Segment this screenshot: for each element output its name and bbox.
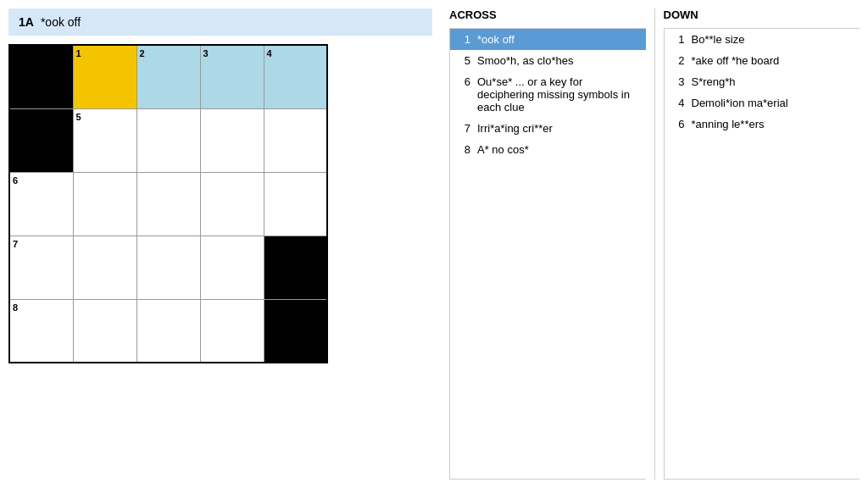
cell-r3c5[interactable] bbox=[264, 172, 327, 236]
cell-number-2: 2 bbox=[140, 48, 145, 58]
clue-text: *ake off *he board bbox=[692, 54, 854, 67]
down-panel: DOWN 1Bo**le size2*ake off *he board3S*r… bbox=[655, 8, 869, 480]
clue-number: 1 bbox=[671, 33, 685, 46]
cell-r4c4[interactable] bbox=[200, 236, 264, 299]
cell-r3c3[interactable] bbox=[136, 172, 200, 236]
clue-number: 8 bbox=[457, 143, 470, 156]
cell-r1c3[interactable]: 2 bbox=[136, 45, 200, 108]
cell-r4c5[interactable] bbox=[264, 236, 327, 299]
across-title: ACROSS bbox=[449, 8, 646, 21]
cell-number-1: 1 bbox=[76, 48, 81, 58]
grid-container: 1 2 3 4 5 bbox=[8, 44, 432, 363]
cell-r1c1[interactable] bbox=[9, 45, 73, 108]
clue-number: 3 bbox=[671, 75, 685, 88]
cell-r5c4[interactable] bbox=[200, 299, 264, 363]
cell-number-5: 5 bbox=[76, 112, 81, 122]
cell-r3c4[interactable] bbox=[200, 172, 264, 236]
clue-number: 7 bbox=[457, 122, 470, 135]
cell-r2c1[interactable] bbox=[9, 108, 73, 172]
clue-text: *ook off bbox=[477, 33, 639, 46]
clue-number: 6 bbox=[457, 75, 470, 88]
cell-r1c2[interactable]: 1 bbox=[73, 45, 136, 108]
cell-r1c4[interactable]: 3 bbox=[200, 45, 264, 108]
clue-text: Smoo*h, as clo*hes bbox=[477, 54, 639, 67]
across-clues-list[interactable]: 1*ook off5Smoo*h, as clo*hes6Ou*se* ... … bbox=[449, 28, 646, 480]
cell-r2c3[interactable] bbox=[136, 108, 200, 172]
cell-r4c1[interactable]: 7 bbox=[9, 236, 73, 299]
across-clue-item[interactable]: 7Irri*a*ing cri**er bbox=[450, 118, 646, 139]
cell-r4c3[interactable] bbox=[136, 236, 200, 299]
clue-number: 1 bbox=[457, 33, 470, 46]
cell-r1c5[interactable]: 4 bbox=[264, 45, 327, 108]
clue-number: 4 bbox=[671, 97, 685, 109]
cell-r4c2[interactable] bbox=[73, 236, 136, 299]
cell-number-6: 6 bbox=[13, 175, 18, 186]
across-clue-item[interactable]: 5Smoo*h, as clo*hes bbox=[450, 50, 646, 71]
cell-r5c5[interactable] bbox=[264, 299, 327, 363]
clue-text: A* no cos* bbox=[477, 143, 639, 156]
clue-text: *anning le**ers bbox=[692, 118, 854, 130]
right-panels: ACROSS 1*ook off5Smoo*h, as clo*hes6Ou*s… bbox=[441, 0, 868, 488]
active-clue-number: 1A bbox=[19, 15, 34, 29]
cell-number-8: 8 bbox=[13, 302, 18, 313]
cell-r2c4[interactable] bbox=[200, 108, 264, 172]
clue-text: S*reng*h bbox=[692, 75, 854, 88]
down-clue-item[interactable]: 2*ake off *he board bbox=[665, 50, 860, 71]
cell-number-4: 4 bbox=[267, 48, 272, 58]
cell-r2c2[interactable]: 5 bbox=[73, 108, 136, 172]
down-clue-item[interactable]: 3S*reng*h bbox=[665, 71, 860, 92]
clue-number: 6 bbox=[671, 118, 685, 130]
down-clue-item[interactable]: 4Demoli*ion ma*erial bbox=[665, 92, 860, 114]
cell-number-3: 3 bbox=[203, 48, 209, 58]
clue-number: 5 bbox=[457, 54, 470, 67]
cell-r2c5[interactable] bbox=[264, 108, 327, 172]
down-clue-item[interactable]: 6*anning le**ers bbox=[665, 114, 860, 135]
across-clue-item[interactable]: 8A* no cos* bbox=[450, 139, 646, 160]
clue-text: Bo**le size bbox=[692, 33, 854, 46]
down-clues-list[interactable]: 1Bo**le size2*ake off *he board3S*reng*h… bbox=[664, 28, 860, 480]
across-clue-item[interactable]: 6Ou*se* ... or a key for deciphering mis… bbox=[450, 71, 646, 118]
down-title: DOWN bbox=[664, 8, 860, 21]
active-clue-text: *ook off bbox=[41, 15, 81, 29]
left-panel: 1A *ook off 1 2 3 4 bbox=[0, 0, 441, 488]
clue-text: Ou*se* ... or a key for deciphering miss… bbox=[477, 75, 639, 114]
cell-r5c3[interactable] bbox=[136, 299, 200, 363]
across-panel: ACROSS 1*ook off5Smoo*h, as clo*hes6Ou*s… bbox=[441, 8, 654, 480]
down-clue-item[interactable]: 1Bo**le size bbox=[665, 29, 860, 50]
cell-r3c2[interactable] bbox=[73, 172, 136, 236]
clue-text: Irri*a*ing cri**er bbox=[477, 122, 639, 135]
clue-text: Demoli*ion ma*erial bbox=[692, 97, 854, 109]
cell-r5c1[interactable]: 8 bbox=[9, 299, 73, 363]
cell-r3c1[interactable]: 6 bbox=[9, 172, 73, 236]
across-clue-item[interactable]: 1*ook off bbox=[450, 29, 646, 50]
crossword-grid: 1 2 3 4 5 bbox=[8, 44, 328, 363]
clue-number: 2 bbox=[671, 54, 685, 67]
cell-r5c2[interactable] bbox=[73, 299, 136, 363]
cell-number-7: 7 bbox=[13, 239, 18, 249]
active-clue-header: 1A *ook off bbox=[8, 8, 432, 36]
